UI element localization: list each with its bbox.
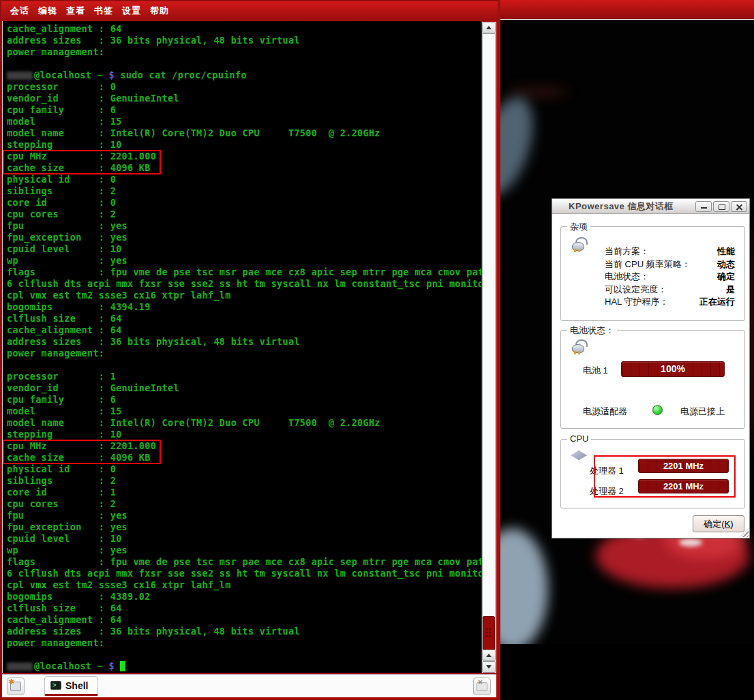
terminal-line: power management: (7, 637, 481, 649)
terminal-line: model : 15 (7, 406, 481, 417)
misc-row: HAL 守护程序： 正在运行 (605, 296, 735, 308)
terminal-line: vendor_id : GenuineIntel (7, 93, 481, 104)
misc-row: 可以设定亮度： 是 (605, 284, 735, 296)
terminal-output-area[interactable]: cache_alignment : 64address sizes : 36 b… (2, 21, 481, 673)
kpowersave-dialog: KPowersave 信息对话框 杂项 当前方案： 性能 当前 CPU 频率策略… (552, 198, 750, 538)
terminal-line: wp : yes (7, 255, 481, 267)
terminal-line: cpu cores : 2 (7, 498, 481, 510)
battery-level-bar: 100% (621, 361, 725, 377)
ok-button[interactable]: 确定(K) (693, 515, 744, 532)
scroll-down-button[interactable] (482, 661, 496, 673)
menu-edit[interactable]: 编辑 (38, 5, 57, 17)
misc-label: 可以设定亮度： (605, 284, 667, 296)
terminal-line: model name : Intel(R) Core(TM)2 Duo CPU … (7, 417, 481, 429)
terminal-line: model : 15 (7, 116, 481, 127)
menu-bookmarks[interactable]: 书签 (94, 5, 113, 17)
battery-1-label: 电池 1 (583, 365, 608, 377)
scrollbar-track[interactable] (482, 33, 496, 650)
terminal-line: 6 clflush dts acpi mmx fxsr sse sse2 ss … (7, 278, 481, 290)
terminal-line (7, 58, 481, 70)
terminal-line (7, 359, 481, 371)
terminal-line: cpuid level : 10 (7, 243, 481, 255)
misc-groupbox: 杂项 当前方案： 性能 当前 CPU 频率策略： 动态 电池状态： 确定 可以设… (560, 226, 745, 321)
terminal-line: physical id : 0 (7, 174, 481, 185)
misc-label: 当前 CPU 频率策略： (605, 258, 691, 271)
screen: { "menu": { "items": ["会话", "编辑", "查看", … (0, 0, 754, 700)
scrollbar-grip-icon (485, 628, 492, 639)
terminal-line: 6 clflush dts acpi mmx fxsr sse sse2 ss … (7, 568, 481, 579)
terminal-scrollbar[interactable] (482, 22, 496, 673)
misc-label: HAL 守护程序： (605, 296, 668, 308)
terminal-line: cache_alignment : 64 (7, 324, 481, 336)
redacted-username (7, 72, 33, 80)
new-session-button[interactable] (7, 678, 25, 695)
terminal-line: wp : yes (7, 545, 481, 556)
terminal-line: fpu : yes (7, 510, 481, 521)
terminal-line: bogomips : 4394.19 (7, 301, 481, 313)
misc-label: 电池状态： (605, 271, 649, 283)
terminal-line: address sizes : 36 bits physical, 48 bit… (7, 626, 481, 637)
terminal-line: model name : Intel(R) Core(TM)2 Duo CPU … (7, 127, 481, 139)
terminal-line: address sizes : 36 bits physical, 48 bit… (7, 35, 481, 46)
menu-bar: 会话 编辑 查看 书签 设置 帮助 (1, 1, 498, 20)
tab-shell-label: Shell (65, 680, 88, 691)
new-session-icon (10, 682, 21, 691)
terminal-line: flags : fpu vme de pse tsc msr pae mce c… (7, 267, 481, 278)
arrow-down-icon (486, 665, 492, 669)
arrow-up-icon (486, 654, 492, 657)
scroll-up-button-bottom[interactable] (482, 650, 496, 661)
menu-settings[interactable]: 设置 (122, 5, 141, 17)
close-session-button[interactable] (473, 678, 491, 695)
terminal-line: processor : 1 (7, 371, 481, 382)
close-button[interactable] (731, 201, 747, 212)
terminal-line: siblings : 2 (7, 475, 481, 487)
tab-shell[interactable]: > Shell (44, 676, 98, 696)
misc-value: 性能 (717, 245, 735, 258)
terminal-line: cpl vmx est tm2 ssse3 cx16 xtpr lahf_lm (7, 579, 481, 591)
terminal-line: cache_alignment : 64 (7, 614, 481, 626)
window-buttons (695, 201, 747, 212)
misc-row: 当前 CPU 频率策略： 动态 (605, 258, 735, 271)
ac-adapter-status: 电源已接上 (680, 406, 725, 418)
terminal-line: @localhost ~ $ (7, 660, 481, 672)
konsole-window: 会话 编辑 查看 书签 设置 帮助 cache_alignment : 64ad… (0, 0, 498, 700)
maximize-button[interactable] (713, 201, 729, 212)
terminal-line: fpu_exception : yes (7, 232, 481, 243)
terminal-line: clflush size : 64 (7, 313, 481, 324)
minimize-button[interactable] (695, 201, 712, 212)
misc-legend: 杂项 (567, 221, 590, 233)
cpu-legend: CPU (567, 433, 591, 444)
terminal-line: power management: (7, 46, 481, 58)
battery-legend: 电池状态： (567, 324, 617, 337)
video-frame-detail (679, 538, 702, 547)
terminal-line: power management: (7, 348, 481, 359)
terminal-line: siblings : 2 (7, 185, 481, 197)
power-plug-icon (571, 238, 587, 252)
terminal-line: cache_alignment : 64 (7, 23, 481, 35)
ac-adapter-led-icon (652, 405, 663, 415)
misc-value: 确定 (717, 271, 735, 283)
terminal-line: fpu_exception : yes (7, 521, 481, 533)
terminal-line: core id : 0 (7, 197, 481, 209)
terminal-line: processor : 0 (7, 81, 481, 93)
video-frame-detail (498, 91, 543, 202)
menu-help[interactable]: 帮助 (150, 5, 169, 17)
terminal-text: cache_alignment : 64address sizes : 36 b… (7, 23, 481, 672)
terminal-line: cpuid level : 10 (7, 533, 481, 545)
redacted-username (7, 663, 33, 671)
terminal-annotation-box (3, 150, 161, 174)
terminal-line: fpu : yes (7, 220, 481, 232)
scrollbar-thumb[interactable] (483, 616, 495, 650)
scroll-up-button[interactable] (482, 22, 496, 33)
terminal-line: address sizes : 36 bits physical, 48 bit… (7, 336, 481, 348)
terminal-line: vendor_id : GenuineIntel (7, 382, 481, 394)
menu-session[interactable]: 会话 (10, 5, 29, 17)
terminal-line: stepping : 10 (7, 139, 481, 151)
video-frame-detail (507, 87, 569, 97)
terminal-cursor (120, 661, 125, 671)
cpu-chip-icon (571, 449, 587, 460)
menu-view[interactable]: 查看 (66, 5, 85, 17)
video-window-titlebar[interactable] (500, 0, 754, 20)
cpu-annotation-box (594, 455, 736, 498)
close-session-icon (477, 682, 487, 691)
